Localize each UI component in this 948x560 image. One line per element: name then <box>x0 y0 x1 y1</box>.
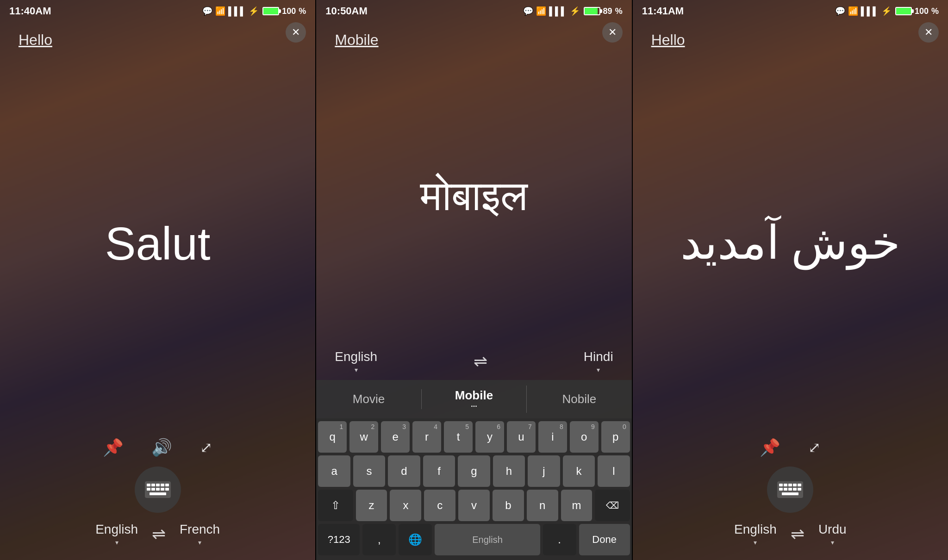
right-keyboard-button[interactable] <box>767 467 813 513</box>
left-swap-icon[interactable]: ⇌ <box>152 524 166 544</box>
bolt-icon: ⚡ <box>249 6 259 16</box>
left-battery-pct: 100 <box>282 6 296 16</box>
middle-close-button[interactable]: ✕ <box>602 22 623 43</box>
middle-battery-pct: 89 <box>603 6 612 16</box>
left-input-word[interactable]: Hello <box>19 31 52 49</box>
left-time: 11:40AM <box>9 5 51 17</box>
middle-wifi-icon: 📶 <box>536 6 546 16</box>
key-l[interactable]: l <box>598 455 630 487</box>
left-panel: 11:40AM 💬 📶 ▌▌▌ ⚡ 100% Hello ✕ Salut 📌 🔊… <box>0 0 315 560</box>
wifi-icon: 📶 <box>215 6 225 16</box>
left-close-button[interactable]: ✕ <box>286 22 306 43</box>
svg-rect-16 <box>793 484 797 486</box>
key-o[interactable]: 9o <box>570 421 599 453</box>
middle-signal-icon: ▌▌▌ <box>549 6 567 16</box>
key-v[interactable]: v <box>458 490 490 521</box>
left-lang-to-arrow: ▾ <box>198 539 201 546</box>
right-expand-icon[interactable]: ⤢ <box>808 439 821 456</box>
key-x[interactable]: x <box>390 490 421 521</box>
left-toolbar-icons: 📌 🔊 ⤢ <box>103 438 212 457</box>
key-y[interactable]: 6y <box>475 421 504 453</box>
key-c[interactable]: c <box>424 490 455 521</box>
svg-rect-15 <box>788 484 792 486</box>
right-lang-from-label: English <box>734 522 777 537</box>
key-p[interactable]: 0p <box>601 421 630 453</box>
middle-input-word[interactable]: Mobile <box>335 31 378 49</box>
key-h[interactable]: h <box>493 455 525 487</box>
left-lang-from[interactable]: English ▾ <box>95 522 138 546</box>
middle-translation-row: English ▾ ⇌ Hindi ▾ <box>316 343 631 380</box>
key-i[interactable]: 8i <box>538 421 567 453</box>
right-swap-icon[interactable]: ⇌ <box>791 524 805 544</box>
key-n[interactable]: n <box>527 490 558 521</box>
keyboard-row-bottom: ⇧ z x c v b n m ⌫ <box>318 490 630 521</box>
key-comma[interactable]: , <box>362 524 396 555</box>
key-e[interactable]: 3e <box>381 421 410 453</box>
middle-lang-from-label: English <box>335 349 377 364</box>
middle-battery <box>584 7 600 15</box>
key-num-switch[interactable]: ?123 <box>318 524 360 555</box>
left-pin-icon[interactable]: 📌 <box>103 438 124 457</box>
divider-mid-right <box>632 0 633 560</box>
right-lang-to-arrow: ▾ <box>831 539 834 546</box>
left-expand-icon[interactable]: ⤢ <box>200 439 212 456</box>
key-f[interactable]: f <box>423 455 455 487</box>
svg-rect-13 <box>779 484 783 486</box>
right-lang-to[interactable]: Urdu ▾ <box>818 522 847 546</box>
key-done[interactable]: Done <box>579 524 630 555</box>
svg-rect-19 <box>784 488 787 491</box>
key-r[interactable]: 4r <box>412 421 441 453</box>
key-shift[interactable]: ⇧ <box>318 490 353 521</box>
right-lang-from[interactable]: English ▾ <box>734 522 777 546</box>
svg-rect-14 <box>784 484 787 486</box>
svg-rect-1 <box>147 484 150 486</box>
right-pin-icon[interactable]: 📌 <box>760 438 780 457</box>
middle-lang-to[interactable]: Hindi ▾ <box>584 349 613 373</box>
key-d[interactable]: d <box>388 455 420 487</box>
middle-lang-from[interactable]: English ▾ <box>335 349 377 373</box>
key-z[interactable]: z <box>356 490 387 521</box>
svg-rect-23 <box>782 492 798 495</box>
key-backspace[interactable]: ⌫ <box>595 490 630 521</box>
right-keyboard-icon <box>777 481 803 498</box>
svg-rect-11 <box>150 492 166 495</box>
left-lang-to[interactable]: French ▾ <box>180 522 220 546</box>
key-u[interactable]: 7u <box>507 421 536 453</box>
svg-rect-9 <box>161 488 164 491</box>
right-time: 11:41AM <box>642 5 684 17</box>
middle-swap-icon[interactable]: ⇌ <box>474 352 487 371</box>
svg-rect-5 <box>165 484 169 486</box>
middle-translated-word: मोबाइल <box>420 173 528 219</box>
suggestion-nobile[interactable]: Nobile <box>527 389 631 409</box>
left-sound-icon[interactable]: 🔊 <box>151 438 172 457</box>
key-b[interactable]: b <box>493 490 524 521</box>
key-s[interactable]: s <box>353 455 385 487</box>
key-space[interactable]: English <box>435 524 540 555</box>
middle-content: Mobile ✕ मोबाइल <box>316 22 631 343</box>
key-a[interactable]: a <box>318 455 350 487</box>
key-q[interactable]: 1q <box>318 421 347 453</box>
right-input-word[interactable]: Hello <box>651 31 685 49</box>
key-globe[interactable]: 🌐 <box>399 524 432 555</box>
key-j[interactable]: j <box>528 455 560 487</box>
left-keyboard-button[interactable] <box>135 467 181 513</box>
middle-panel: 10:50AM 💬 📶 ▌▌▌ ⚡ 89% Mobile ✕ मोबाइल En… <box>316 0 631 560</box>
left-keyboard-icon <box>145 481 171 498</box>
key-m[interactable]: m <box>561 490 592 521</box>
key-g[interactable]: g <box>458 455 490 487</box>
key-t[interactable]: 5t <box>444 421 473 453</box>
keyboard-row-top: 1q 2w 3e 4r 5t 6y 7u 8i 9o 0p <box>318 421 630 453</box>
key-k[interactable]: k <box>563 455 595 487</box>
right-close-button[interactable]: ✕ <box>918 22 939 43</box>
svg-rect-7 <box>151 488 155 491</box>
suggestion-mobile[interactable]: Mobile ··· <box>422 386 527 413</box>
signal-icon: ▌▌▌ <box>228 6 246 16</box>
suggestion-movie[interactable]: Movie <box>316 389 421 409</box>
keyboard-row-space: ?123 , 🌐 English . Done <box>318 524 630 555</box>
key-period[interactable]: . <box>543 524 576 555</box>
right-bottom-toolbar: 📌 ⤢ English ▾ ⇌ <box>633 438 948 560</box>
middle-suggestions-row: Movie Mobile ··· Nobile <box>316 380 631 418</box>
key-w[interactable]: 2w <box>349 421 378 453</box>
right-lang-from-arrow: ▾ <box>754 539 757 546</box>
divider-left-mid <box>315 0 316 560</box>
